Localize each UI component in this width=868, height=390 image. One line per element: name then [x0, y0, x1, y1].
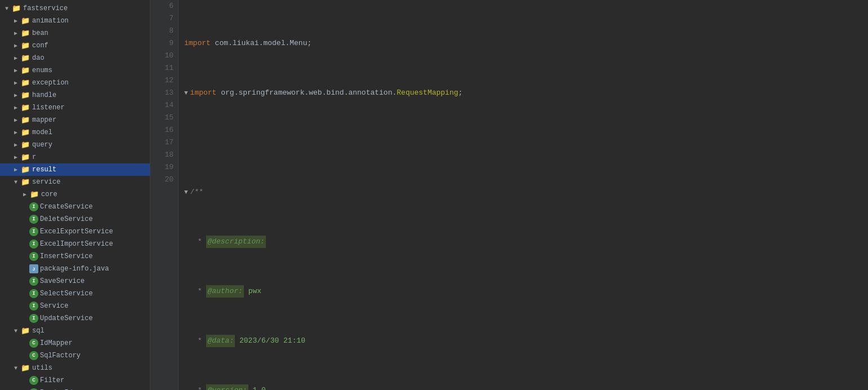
folder-icon-r: 📁 [20, 153, 30, 162]
class-icon-DeleteService: I [29, 215, 38, 224]
label-service: service [32, 178, 60, 186]
tree-item-RandomId[interactable]: C RandomId [0, 387, 150, 390]
arrow-enums[interactable]: ▶ [11, 67, 20, 74]
tree-item-fastservice[interactable]: ▼ 📁 fastservice [0, 2, 150, 15]
arrow-utils[interactable]: ▼ [11, 365, 20, 371]
code-line-9: ▼/** [184, 186, 868, 198]
tree-item-animation[interactable]: ▶ 📁 animation [0, 15, 150, 27]
folder-icon-listener: 📁 [20, 103, 30, 112]
tree-item-exception[interactable]: ▶ 📁 exception [0, 77, 150, 89]
arrow-fastservice[interactable]: ▼ [2, 6, 11, 12]
tree-item-r[interactable]: ▶ 📁 r [0, 151, 150, 163]
folder-icon-utils: 📁 [20, 364, 30, 373]
arrow-query[interactable]: ▶ [11, 141, 20, 148]
tree-item-SelectService[interactable]: I SelectService [0, 287, 150, 300]
code-editor[interactable]: 6 7 8 9 10 11 12 13 14 15 16 17 18 19 20… [150, 0, 868, 390]
tree-item-SaveService[interactable]: I SaveService [0, 275, 150, 287]
arrow-service[interactable]: ▼ [11, 179, 20, 185]
folder-icon-dao: 📁 [20, 54, 30, 63]
arrow-handle[interactable]: ▶ [11, 92, 20, 99]
arrow-mapper[interactable]: ▶ [11, 117, 20, 123]
label-SelectService: SelectService [40, 290, 93, 298]
label-enums: enums [32, 67, 52, 74]
class-icon-SqlFactory: C [29, 351, 38, 360]
code-lines[interactable]: import com.liukai.model.Menu; ▼import or… [179, 0, 868, 390]
tree-item-CreateService[interactable]: I CreateService [0, 201, 150, 213]
arrow-exception[interactable]: ▶ [11, 79, 20, 86]
label-ExcelExportService: ExcelExportService [40, 228, 113, 236]
label-sql: sql [32, 327, 44, 335]
tree-item-bean[interactable]: ▶ 📁 bean [0, 27, 150, 39]
tree-item-handle[interactable]: ▶ 📁 handle [0, 89, 150, 101]
class-icon-CreateService: I [29, 202, 38, 211]
arrow-listener[interactable]: ▶ [11, 104, 20, 111]
tree-item-conf[interactable]: ▶ 📁 conf [0, 39, 150, 52]
folder-icon-service: 📁 [20, 178, 30, 187]
folder-icon-enums: 📁 [20, 66, 30, 75]
tree-item-query[interactable]: ▶ 📁 query [0, 139, 150, 151]
label-DeleteService: DeleteService [40, 215, 93, 223]
tree-item-sql[interactable]: ▼ 📁 sql [0, 325, 150, 337]
folder-icon-model: 📁 [20, 128, 30, 137]
class-icon-Service: I [29, 302, 38, 311]
arrow-model[interactable]: ▶ [11, 129, 20, 136]
tree-item-Filter[interactable]: C Filter [0, 374, 150, 387]
class-icon-SaveService: I [29, 277, 38, 286]
arrow-result[interactable]: ▶ [11, 166, 20, 173]
arrow-bean[interactable]: ▶ [11, 30, 20, 37]
folder-icon-animation: 📁 [20, 16, 30, 25]
label-SaveService: SaveService [40, 277, 84, 285]
tree-item-result[interactable]: ▶ 📁 result [0, 163, 150, 176]
label-ExcelImportService: ExcelImportService [40, 240, 113, 248]
folder-icon-result: 📁 [20, 165, 30, 174]
tree-item-Service[interactable]: I Service [0, 300, 150, 312]
folder-icon-conf: 📁 [20, 41, 30, 50]
tree-item-IdMapper[interactable]: C IdMapper [0, 337, 150, 349]
tree-item-listener[interactable]: ▶ 📁 listener [0, 101, 150, 114]
label-SqlFactory: SqlFactory [40, 352, 81, 360]
label-fastservice: fastservice [23, 5, 68, 12]
line-numbers: 6 7 8 9 10 11 12 13 14 15 16 17 18 19 20 [150, 0, 179, 390]
fold-icon-9[interactable]: ▼ [184, 186, 188, 198]
arrow-conf[interactable]: ▶ [11, 42, 20, 49]
arrow-sql[interactable]: ▼ [11, 328, 20, 334]
class-icon-SelectService: I [29, 289, 38, 298]
tree-item-package-info[interactable]: J package-info.java [0, 263, 150, 275]
code-line-7: ▼import org.springframework.web.bind.ann… [184, 87, 868, 99]
tree-item-InsertService[interactable]: I InsertService [0, 250, 150, 263]
arrow-r[interactable]: ▶ [11, 154, 20, 161]
code-line-11: * @author: pwx [184, 285, 868, 298]
tree-item-mapper[interactable]: ▶ 📁 mapper [0, 114, 150, 126]
label-exception: exception [32, 79, 69, 87]
tree-item-SqlFactory[interactable]: C SqlFactory [0, 349, 150, 362]
tree-item-dao[interactable]: ▶ 📁 dao [0, 52, 150, 64]
tree-item-core[interactable]: ▶ 📁 core [0, 188, 150, 201]
tree-item-service[interactable]: ▼ 📁 service [0, 176, 150, 188]
tree-item-ExcelImportService[interactable]: I ExcelImportService [0, 238, 150, 250]
arrow-core[interactable]: ▶ [20, 191, 29, 198]
tree-item-model[interactable]: ▶ 📁 model [0, 126, 150, 139]
tree-item-enums[interactable]: ▶ 📁 enums [0, 64, 150, 77]
tree-item-ExcelExportService[interactable]: I ExcelExportService [0, 225, 150, 238]
class-icon-Filter: C [29, 376, 38, 385]
tree-item-DeleteService[interactable]: I DeleteService [0, 213, 150, 225]
arrow-animation[interactable]: ▶ [11, 17, 20, 24]
fold-icon-7[interactable]: ▼ [184, 87, 188, 99]
label-model: model [32, 128, 52, 136]
class-icon-InsertService: I [29, 252, 38, 261]
label-CreateService: CreateService [40, 203, 93, 211]
tree-item-UpdateService[interactable]: I UpdateService [0, 312, 150, 325]
label-listener: listener [32, 104, 65, 112]
tree-item-utils[interactable]: ▼ 📁 utils [0, 362, 150, 374]
arrow-dao[interactable]: ▶ [11, 55, 20, 61]
label-handle: handle [32, 91, 56, 99]
class-icon-ExcelExportService: I [29, 227, 38, 236]
package-icon: J [29, 264, 38, 273]
folder-icon-sql: 📁 [20, 326, 30, 335]
file-tree[interactable]: ▼ 📁 fastservice ▶ 📁 animation ▶ 📁 bean ▶… [0, 0, 150, 390]
label-Service: Service [40, 302, 68, 310]
label-InsertService: InsertService [40, 252, 93, 260]
folder-icon-core: 📁 [29, 190, 39, 199]
code-line-12: * @data: 2023/6/30 21:10 [184, 335, 868, 347]
label-core: core [41, 190, 57, 198]
